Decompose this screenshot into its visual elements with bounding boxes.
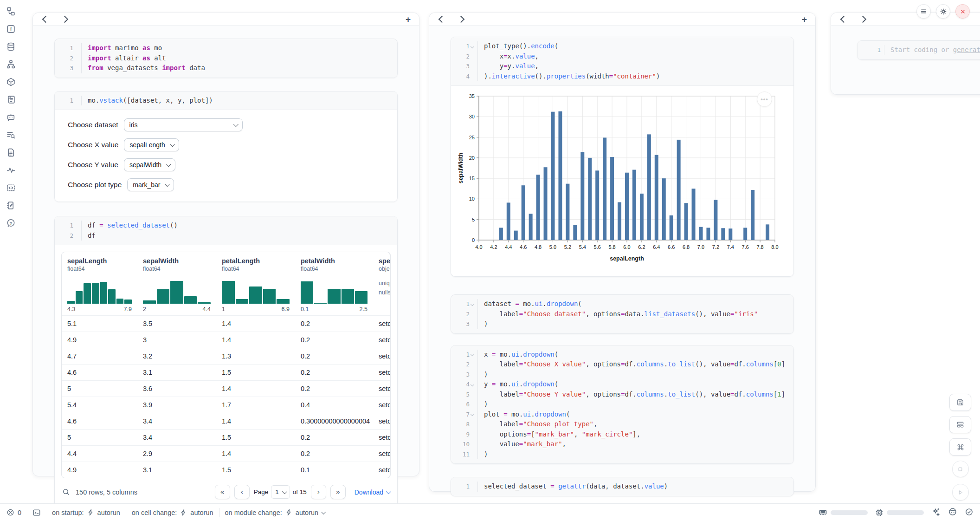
selected-dataset-code[interactable]: 1selected_dataset = getattr(data, datase… <box>451 477 793 496</box>
dependency-graph-icon[interactable] <box>6 59 16 69</box>
column-back-icon[interactable] <box>438 15 446 23</box>
column-forward-icon[interactable] <box>458 15 465 23</box>
table-row[interactable]: 53.41.50.2setos <box>62 429 390 445</box>
code-line[interactable]: 1plot_type().encode( <box>456 41 787 52</box>
column-histogram[interactable] <box>301 278 368 304</box>
dataframe-cell[interactable]: 1df = selected_dataset()2df sepalLengthf… <box>54 216 398 507</box>
table-row[interactable]: 4.93.11.50.1setos <box>62 462 390 478</box>
code-line[interactable]: 8 label="Choose plot type", <box>456 419 787 430</box>
vstack-code[interactable]: 1mo.vstack([dataset, x, y, plot]) <box>55 91 397 111</box>
code-line[interactable]: 2df <box>59 231 391 241</box>
bar-chart[interactable]: 4.04.24.44.64.85.05.25.45.65.86.06.26.46… <box>457 91 790 269</box>
table-row[interactable]: 4.931.40.2setos <box>62 332 390 348</box>
packages-icon[interactable] <box>6 77 16 87</box>
next-page-button[interactable]: › <box>311 485 326 499</box>
save-button[interactable] <box>949 394 971 411</box>
xyplot-dropdown-code[interactable]: 1x = mo.ui.dropdown(2 label="Choose X va… <box>451 345 793 464</box>
code-line[interactable]: 1import marimo as mo <box>59 43 391 53</box>
help-icon[interactable]: ? <box>6 218 16 228</box>
plot-type-select[interactable]: mark_bar <box>127 178 174 191</box>
code-line[interactable]: 3 y=y.value, <box>456 61 787 72</box>
column-forward-icon[interactable] <box>61 15 69 23</box>
table-row[interactable]: 4.73.21.30.2setos <box>62 348 390 364</box>
imports-code[interactable]: 1import marimo as mo2import altair as al… <box>55 39 397 78</box>
xyplot-dropdown-cell[interactable]: 1x = mo.ui.dropdown(2 label="Choose X va… <box>451 345 794 464</box>
plot-cell[interactable]: 1plot_type().encode(2 x=x.value,3 y=y.va… <box>451 37 794 277</box>
column-back-icon[interactable] <box>42 15 50 23</box>
file-explorer-icon[interactable] <box>6 7 16 16</box>
outline-search-icon[interactable] <box>6 130 16 140</box>
code-line[interactable]: 3) <box>456 319 787 329</box>
keyboard-shortcuts-button[interactable] <box>949 438 971 456</box>
ai-assist-button[interactable] <box>931 507 941 518</box>
documentation-icon[interactable] <box>6 148 16 157</box>
table-row[interactable]: 53.61.40.2setos <box>62 380 390 397</box>
column-header[interactable]: petalWidthfloat640.12.5 <box>295 252 373 315</box>
code-line[interactable]: 1mo.vstack([dataset, x, y, plot]) <box>59 96 391 106</box>
scratchpad-icon[interactable] <box>6 201 16 210</box>
x-select[interactable]: sepalLength <box>124 138 179 151</box>
table-row[interactable]: 5.13.51.40.2setos <box>62 315 390 332</box>
code-line[interactable]: 2 x=x.value, <box>456 52 787 62</box>
settings-button[interactable] <box>936 4 950 19</box>
empty-cell-code[interactable]: 1 Start coding or generate with <box>858 41 980 59</box>
code-line[interactable]: 4y = mo.ui.dropdown( <box>456 379 787 390</box>
code-line[interactable]: 3) <box>456 370 787 380</box>
generate-with-ai-link[interactable]: generate <box>953 46 980 53</box>
code-line[interactable]: 5 label="Choose Y value", options=df.col… <box>456 390 787 400</box>
code-line[interactable]: 1dataset = mo.ui.dropdown( <box>456 299 787 309</box>
bar-chart-svg[interactable]: 4.04.24.44.64.85.05.25.45.65.86.06.26.46… <box>457 91 781 267</box>
column-back-icon[interactable] <box>840 15 848 23</box>
errors-indicator[interactable]: 0 <box>6 508 27 516</box>
cpu-meter[interactable] <box>875 508 924 517</box>
variables-icon[interactable]: f <box>6 24 16 34</box>
vstack-cell[interactable]: 1mo.vstack([dataset, x, y, plot]) Choose… <box>54 91 398 202</box>
chart-actions-button[interactable]: ••• <box>757 91 772 107</box>
column-histogram[interactable] <box>143 278 211 304</box>
column-histogram[interactable] <box>222 278 290 304</box>
table-row[interactable]: 4.63.41.40.30000000000000004setos <box>62 413 390 429</box>
code-line[interactable]: 2 label="Choose dataset", options=data.l… <box>456 309 787 319</box>
dataset-select[interactable]: iris <box>124 118 243 131</box>
shutdown-button[interactable] <box>955 4 970 19</box>
tracing-icon[interactable] <box>6 165 16 175</box>
plot-code[interactable]: 1plot_type().encode(2 x=x.value,3 y=y.va… <box>451 37 793 86</box>
code-line[interactable]: 4).interactive().properties(width="conta… <box>456 72 787 82</box>
last-page-button[interactable]: » <box>330 485 346 499</box>
table-row[interactable]: 5.43.91.70.4setos <box>62 397 390 413</box>
snippets-icon[interactable] <box>6 183 16 193</box>
selected-dataset-cell[interactable]: 1selected_dataset = getattr(data, datase… <box>451 477 794 496</box>
stop-button[interactable] <box>952 461 969 477</box>
dataset-dropdown-code[interactable]: 1dataset = mo.ui.dropdown(2 label="Choos… <box>451 295 793 333</box>
table-row[interactable]: 4.63.11.50.2setos <box>62 364 390 380</box>
ram-meter[interactable] <box>819 508 868 517</box>
column-header[interactable]: sepalLengthfloat644.37.9 <box>62 252 137 315</box>
on-module-change-setting[interactable]: on module change: autorun <box>219 509 331 516</box>
page-select[interactable]: 1 <box>271 485 290 499</box>
code-line[interactable]: 2import altair as alt <box>59 53 391 64</box>
add-cell-button[interactable]: + <box>406 14 411 25</box>
table-row[interactable]: 4.42.91.40.2setos <box>62 445 390 462</box>
code-line[interactable]: 9 options=["mark_bar", "mark_circle"], <box>456 430 787 440</box>
y-select[interactable]: sepalWidth <box>124 158 175 171</box>
code-line[interactable]: 2 label="Choose X value", options=df.col… <box>456 359 787 370</box>
run-button[interactable] <box>952 484 969 501</box>
cell-placeholder[interactable]: Start coding or generate with <box>890 45 980 55</box>
menu-button[interactable] <box>916 4 931 19</box>
search-icon[interactable] <box>62 488 70 496</box>
dataframe-code[interactable]: 1df = selected_dataset()2df <box>55 216 397 245</box>
download-button[interactable]: Download <box>355 488 390 496</box>
code-line[interactable]: 7plot = mo.ui.dropdown( <box>456 410 787 420</box>
connection-status-button[interactable] <box>965 508 974 518</box>
logs-icon[interactable] <box>6 95 16 104</box>
add-cell-button[interactable]: + <box>802 14 807 25</box>
prev-page-button[interactable]: ‹ <box>234 485 250 499</box>
ai-chat-icon[interactable] <box>6 112 16 122</box>
code-line[interactable]: 11) <box>456 449 787 460</box>
column-histogram[interactable] <box>67 278 132 304</box>
copilot-button[interactable] <box>948 507 957 518</box>
imports-cell[interactable]: 1import marimo as mo2import altair as al… <box>54 39 398 78</box>
code-line[interactable]: 6) <box>456 399 787 410</box>
code-line[interactable]: 10 value="mark_bar", <box>456 439 787 449</box>
column-header[interactable]: speciobjecuniqunulls: <box>373 252 391 315</box>
